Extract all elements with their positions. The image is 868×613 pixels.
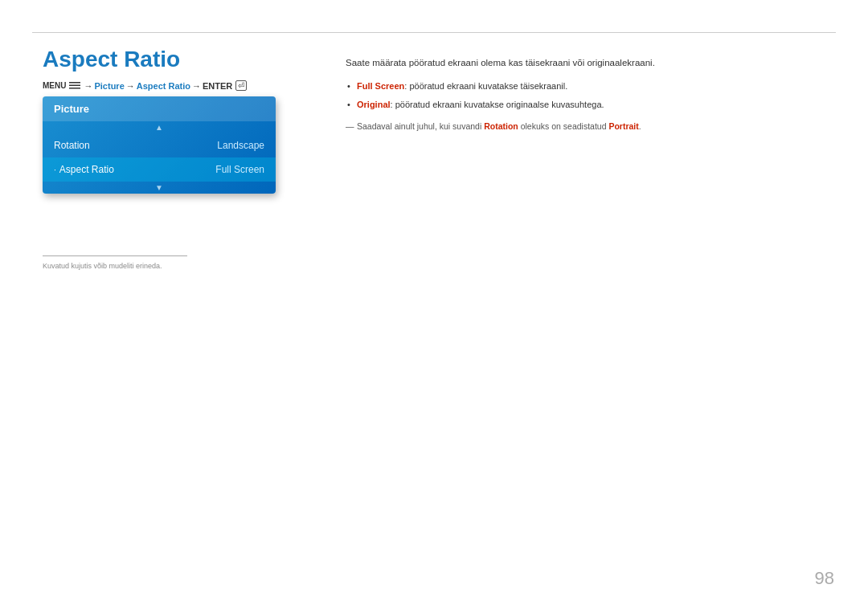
section-divider (43, 255, 187, 256)
term-original: Original (357, 100, 391, 109)
breadcrumb-enter: ENTER (203, 81, 232, 91)
menu-arrow-up: ▲ (43, 121, 276, 133)
enter-icon: ⏎ (235, 80, 247, 91)
breadcrumb-arrow1: → (84, 81, 92, 91)
menu-row-rotation-label: Rotation (54, 140, 90, 151)
page-title: Aspect Ratio (43, 47, 180, 72)
note-term-rotation: Rotation (484, 121, 518, 131)
menu-header: Picture (43, 96, 276, 121)
bullet-list: Full Screen: pööratud ekraani kuvatakse … (346, 80, 824, 111)
menu-row-aspect-ratio-value: Full Screen (215, 164, 264, 175)
svg-rect-0 (69, 82, 80, 84)
note-middle: olekuks on seadistatud (518, 121, 609, 131)
note-prefix: Saadaval ainult juhul, kui suvandi (357, 121, 484, 131)
top-divider (32, 32, 836, 33)
note-text: Saadaval ainult juhul, kui suvandi Rotat… (346, 121, 824, 133)
breadcrumb-item2: Aspect Ratio (137, 81, 190, 91)
note-term-portrait: Portrait (608, 121, 638, 131)
bullet-fullscreen: Full Screen: pööratud ekraani kuvatakse … (346, 80, 824, 93)
menu-icon (69, 81, 80, 90)
menu-dot: · (54, 166, 56, 174)
svg-rect-2 (69, 88, 80, 89)
content-area: Saate määrata pööratud ekraani olema kas… (346, 56, 824, 133)
breadcrumb: MENU → Picture → Aspect Ratio → ENTER ⏎ (43, 80, 247, 91)
bullet-original-text: : pööratud ekraani kuvatakse originaalse… (391, 100, 604, 109)
page-number: 98 (815, 568, 834, 589)
breadcrumb-arrow2: → (126, 81, 135, 91)
bullet-original: Original: pööratud ekraani kuvatakse ori… (346, 98, 824, 112)
footnote: Kuvatud kujutis võib mudeliti erineda. (43, 262, 162, 270)
term-fullscreen: Full Screen (357, 81, 404, 91)
breadcrumb-arrow3: → (192, 81, 201, 91)
menu-row-aspect-ratio[interactable]: ·Aspect Ratio Full Screen (43, 157, 276, 182)
svg-rect-1 (69, 85, 80, 87)
menu-row-aspect-ratio-label: ·Aspect Ratio (54, 164, 114, 175)
note-suffix: . (639, 121, 641, 131)
menu-arrow-down: ▼ (43, 182, 276, 194)
breadcrumb-menu: MENU (43, 81, 66, 90)
bullet-fullscreen-text: : pööratud ekraani kuvatakse täisekraani… (404, 81, 567, 91)
menu-row-rotation[interactable]: Rotation Landscape (43, 133, 276, 157)
menu-box: Picture ▲ Rotation Landscape ·Aspect Rat… (43, 96, 276, 194)
intro-text: Saate määrata pööratud ekraani olema kas… (346, 56, 824, 70)
breadcrumb-item1: Picture (94, 81, 124, 91)
menu-row-rotation-value: Landscape (217, 140, 264, 151)
